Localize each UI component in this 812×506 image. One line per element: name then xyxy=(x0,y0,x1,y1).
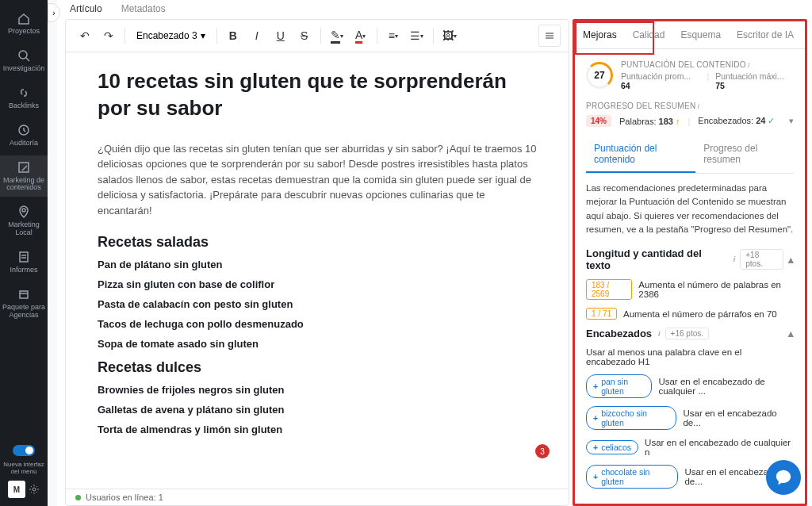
report-icon xyxy=(17,250,31,264)
undo-button[interactable]: ↶ xyxy=(74,25,96,47)
rec-text: Usar en el encabezado de... xyxy=(683,408,794,427)
article-h3: Pan de plátano sin gluten xyxy=(98,259,537,270)
progress-pct: 14% xyxy=(586,115,611,127)
panel-description: Las recomendaciones predeterminadas para… xyxy=(586,182,794,236)
avg-score-value: 64 xyxy=(621,81,630,90)
info-icon[interactable]: i xyxy=(733,255,736,263)
error-count-badge[interactable]: 3 xyxy=(535,444,550,458)
gear-icon[interactable] xyxy=(29,484,40,495)
sidebar-item-backlinks[interactable]: Backlinks xyxy=(0,81,48,115)
new-ui-label: Nueva interfaz del menú xyxy=(0,461,48,476)
arrow-up-icon: ↑ xyxy=(676,117,680,126)
rec-text: Usar en el encabezado de cualquier ... xyxy=(658,377,794,396)
headings-intro: Usar al menos una palabra clave en el en… xyxy=(586,347,794,366)
svg-rect-2 xyxy=(19,163,29,172)
online-users-label: Usuarios en línea: 1 xyxy=(86,493,163,502)
align-button[interactable]: ≡▾ xyxy=(382,25,404,47)
package-icon xyxy=(17,287,31,301)
underline-button[interactable]: U xyxy=(270,25,292,47)
headings-value: 24 xyxy=(756,116,765,125)
sidebar-item-label: Auditoría xyxy=(10,140,38,148)
chevron-down-icon[interactable]: ▾ xyxy=(789,116,794,126)
text-color-button[interactable]: A▾ xyxy=(350,25,372,47)
heading-select[interactable]: Encabezado 3 ▾ xyxy=(130,27,212,44)
info-icon[interactable]: i xyxy=(748,61,750,69)
svg-point-6 xyxy=(33,488,36,491)
avatar[interactable]: M xyxy=(8,481,25,498)
sidebar-item-local[interactable]: Marketing Local xyxy=(0,200,48,242)
article-title: 10 recetas sin gluten que te sorprenderá… xyxy=(98,68,537,122)
list-button[interactable]: ☰▾ xyxy=(406,25,428,47)
avg-score-label: Puntuación prom... xyxy=(621,71,691,81)
chevron-up-icon[interactable]: ▴ xyxy=(788,254,794,266)
sidebar-item-label: Paquete para Agencias xyxy=(2,304,46,320)
article-intro: ¿Quién dijo que las recetas sin gluten t… xyxy=(98,141,537,219)
sidebar-item-label: Investigación xyxy=(3,65,45,73)
content-score-title: PUNTUACIÓN DEL CONTENIDO xyxy=(621,60,746,69)
sidebar-item-projects[interactable]: Proyectos xyxy=(0,6,48,40)
info-icon[interactable]: i xyxy=(697,102,699,110)
keyword-chip[interactable]: bizcocho sin gluten xyxy=(586,406,676,430)
strike-button[interactable]: S xyxy=(293,25,316,47)
length-section-title: Longitud y cantidad del texto xyxy=(586,247,727,271)
headings-section-title: Encabezados xyxy=(586,328,652,339)
svg-point-3 xyxy=(22,209,25,212)
chevron-up-icon[interactable]: ▴ xyxy=(788,328,794,339)
toolbar: ↶ ↷ Encabezado 3 ▾ B I U S ✎▾ A▾ ≡▾ ☰▾ 🖼… xyxy=(66,20,569,52)
footer-status: Usuarios en línea: 1 xyxy=(66,489,569,505)
audit-icon xyxy=(17,123,31,137)
editor-column: ↶ ↷ Encabezado 3 ▾ B I U S ✎▾ A▾ ≡▾ ☰▾ 🖼… xyxy=(65,19,569,506)
tab-outline[interactable]: Esquema xyxy=(672,21,729,48)
words-count-badge: 183 / 2569 xyxy=(586,279,632,300)
keyword-chip[interactable]: celiacos xyxy=(586,440,638,454)
tab-improvements[interactable]: Mejoras xyxy=(575,21,625,48)
pin-icon xyxy=(17,205,31,219)
tab-article[interactable]: Artículo xyxy=(70,3,102,14)
sidebar-item-label: Marketing de contenidos xyxy=(2,177,46,193)
search-icon xyxy=(17,48,31,63)
max-score-value: 75 xyxy=(715,81,725,90)
subtab-summary-progress[interactable]: Progreso del resumen xyxy=(695,136,794,173)
sliders-icon xyxy=(544,30,555,41)
article-h3: Sopa de tomate asado sin gluten xyxy=(98,338,537,350)
image-button[interactable]: 🖼▾ xyxy=(439,25,461,47)
chat-fab[interactable] xyxy=(766,460,801,495)
heading-select-label: Encabezado 3 xyxy=(136,30,197,41)
article-body[interactable]: 10 recetas sin gluten que te sorprenderá… xyxy=(66,52,569,489)
rec-text: Aumenta el número de palabras en 2386 xyxy=(638,280,794,299)
article-h3: Tacos de lechuga con pollo desmenuzado xyxy=(98,318,537,330)
redo-button[interactable]: ↷ xyxy=(98,25,120,47)
keyword-chip[interactable]: chocolate sin gluten xyxy=(586,465,678,489)
sidebar-item-content-marketing[interactable]: Marketing de contenidos xyxy=(0,155,48,197)
highlight-button[interactable]: ✎▾ xyxy=(326,25,348,47)
info-icon[interactable]: i xyxy=(658,330,661,338)
sidebar-item-label: Informes xyxy=(10,266,37,274)
link-icon xyxy=(17,86,31,100)
tab-ai-writer[interactable]: Escritor de IA xyxy=(729,21,802,48)
svg-rect-5 xyxy=(20,291,28,298)
editor-settings-button[interactable] xyxy=(538,25,561,47)
panel-tabs: Mejoras Calidad Esquema Escritor de IA xyxy=(575,21,805,49)
max-score-label: Puntuación máxi... xyxy=(715,71,783,81)
keyword-chip[interactable]: pan sin gluten xyxy=(586,374,652,398)
tab-metadata[interactable]: Metadatos xyxy=(121,3,166,14)
article-h3: Brownies de frijoles negros sin gluten xyxy=(98,384,537,396)
edit-icon xyxy=(17,160,31,174)
sidebar-item-research[interactable]: Investigación xyxy=(0,44,48,78)
right-panel: Mejoras Calidad Esquema Escritor de IA 2… xyxy=(573,19,807,506)
rec-text: Usar en el encabezado de cualquier n xyxy=(645,438,794,457)
length-points-badge: +18 ptos. xyxy=(740,249,783,270)
article-h3: Galletas de avena y plátano sin gluten xyxy=(98,404,537,416)
sidebar-item-reports[interactable]: Informes xyxy=(0,245,48,279)
sidebar-item-agencies[interactable]: Paquete para Agencias xyxy=(0,282,48,324)
sidebar-item-audit[interactable]: Auditoría xyxy=(0,118,48,152)
subtab-content-score[interactable]: Puntuación del contenido xyxy=(586,136,695,173)
check-icon: ✓ xyxy=(768,116,775,125)
top-tabs: Artículo Metadatos xyxy=(57,0,812,14)
sidebar-item-label: Proyectos xyxy=(8,28,40,36)
headings-label: Encabezados: xyxy=(698,116,753,125)
tab-quality[interactable]: Calidad xyxy=(625,21,673,48)
italic-button[interactable]: I xyxy=(246,25,268,47)
new-ui-toggle[interactable] xyxy=(13,445,35,456)
bold-button[interactable]: B xyxy=(222,25,244,47)
